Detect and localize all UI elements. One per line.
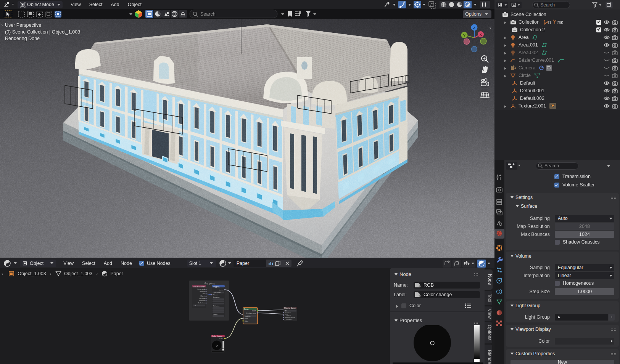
- svg-text:Type: Point: Type: Point: [213, 292, 221, 293]
- svg-text:Scale:: Scale:: [213, 313, 218, 315]
- svg-text:Reflection: Reflection: [198, 302, 205, 304]
- svg-text:Z: Z: [473, 26, 475, 30]
- svg-text:11: 11: [548, 21, 552, 25]
- svg-text:Color change: Color change: [212, 335, 222, 337]
- svg-text:X: X: [480, 32, 482, 37]
- svg-text:UV: UV: [203, 293, 205, 295]
- svg-text:Thickness: Thickness: [285, 319, 293, 321]
- svg-text:Mapping: Mapping: [213, 286, 220, 288]
- svg-text:Color: Color: [245, 320, 249, 322]
- svg-text:Displacement: Displacement: [246, 312, 256, 314]
- svg-text:Input: Input: [245, 317, 248, 319]
- svg-text:Vector: Vector: [213, 294, 218, 296]
- svg-text:Mapping: Mapping: [204, 282, 215, 285]
- svg-text:Location:: Location:: [213, 296, 220, 298]
- svg-text:26K: 26K: [557, 21, 564, 25]
- svg-text:Volume: Volume: [285, 314, 291, 316]
- svg-text:Generated: Generated: [197, 288, 205, 290]
- svg-text:Displacement: Displacement: [285, 316, 295, 318]
- svg-text:Normal: Normal: [200, 290, 205, 292]
- svg-text:Object: Object: [200, 295, 205, 297]
- svg-text:Surface: Surface: [285, 312, 291, 314]
- svg-text:Camera: Camera: [199, 297, 205, 299]
- svg-text:Rotation:: Rotation:: [213, 305, 220, 307]
- svg-text:Search: Search: [200, 11, 216, 17]
- svg-text:Vector: Vector: [219, 289, 224, 291]
- svg-text:Paper: Paper: [244, 308, 249, 310]
- svg-text:NodeW...: NodeW...: [245, 316, 251, 317]
- svg-text:BSDF: BSDF: [252, 310, 256, 312]
- svg-text:Window: Window: [199, 300, 205, 301]
- svg-text:Obj...: Obj...: [194, 305, 197, 306]
- svg-text:Texture Coordin...: Texture Coordin...: [193, 286, 207, 288]
- svg-text:Y: Y: [463, 33, 466, 37]
- svg-text:Color: Color: [219, 338, 224, 340]
- svg-text:Material Output: Material Output: [284, 307, 296, 309]
